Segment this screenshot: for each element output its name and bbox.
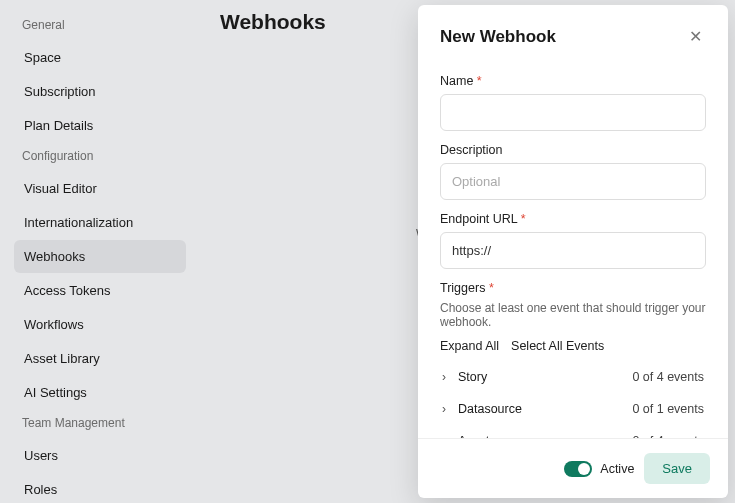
sidebar-item-plan-details[interactable]: Plan Details [14,109,186,142]
description-label: Description [440,143,706,157]
expand-all-button[interactable]: Expand All [440,339,499,353]
sidebar-item-webhooks[interactable]: Webhooks [14,240,186,273]
triggers-subtext: Choose at least one event that should tr… [440,301,706,329]
sidebar-item-asset-library[interactable]: Asset Library [14,342,186,375]
sidebar-item-subscription[interactable]: Subscription [14,75,186,108]
sidebar-item-users[interactable]: Users [14,439,186,472]
sidebar-item-access-tokens[interactable]: Access Tokens [14,274,186,307]
sidebar-group-title: Configuration [14,143,186,171]
trigger-label: Story [458,370,487,384]
endpoint-url-label: Endpoint URL * [440,212,706,226]
panel-title: New Webhook [440,27,556,47]
trigger-label: Datasource [458,402,522,416]
sidebar-item-internationalization[interactable]: Internationalization [14,206,186,239]
sidebar-item-space[interactable]: Space [14,41,186,74]
chevron-right-icon: › [442,402,452,416]
description-input[interactable] [440,163,706,200]
trigger-count: 0 of 4 events [632,370,704,384]
sidebar-item-roles[interactable]: Roles [14,473,186,503]
select-all-events-button[interactable]: Select All Events [511,339,604,353]
trigger-count: 0 of 1 events [632,402,704,416]
chevron-right-icon: › [442,370,452,384]
active-toggle-label: Active [600,462,634,476]
new-webhook-panel: New Webhook ✕ Name * Description Endpoin… [418,5,728,498]
sidebar-item-ai-settings[interactable]: AI Settings [14,376,186,409]
triggers-label: Triggers * [440,281,706,295]
trigger-row-story[interactable]: ›Story0 of 4 events [440,361,706,393]
sidebar-group-title: General [14,12,186,40]
close-icon[interactable]: ✕ [685,25,706,48]
active-toggle[interactable] [564,461,592,477]
trigger-row-datasource[interactable]: ›Datasource0 of 1 events [440,393,706,425]
save-button[interactable]: Save [644,453,710,484]
endpoint-url-input[interactable] [440,232,706,269]
sidebar-item-workflows[interactable]: Workflows [14,308,186,341]
trigger-row-asset[interactable]: ›Asset0 of 4 events [440,425,706,438]
name-label: Name * [440,74,706,88]
sidebar-group-title: Team Management [14,410,186,438]
sidebar-item-visual-editor[interactable]: Visual Editor [14,172,186,205]
name-input[interactable] [440,94,706,131]
